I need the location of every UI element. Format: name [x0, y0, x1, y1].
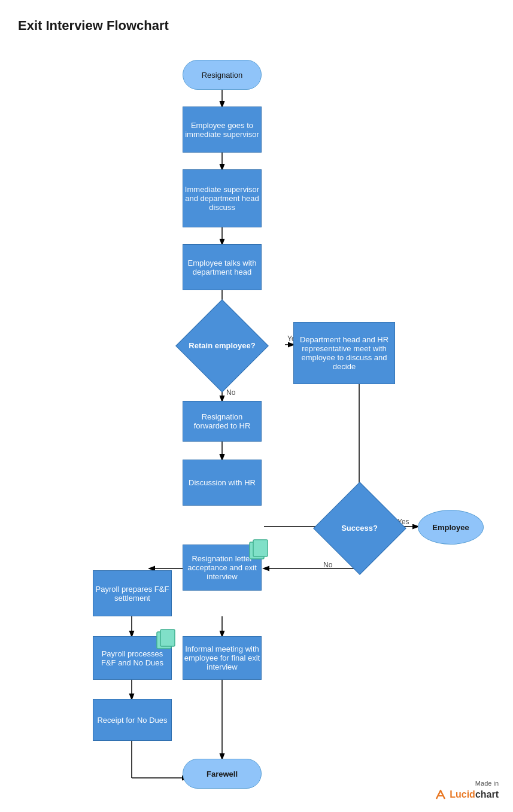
svg-rect-24 — [253, 540, 268, 556]
svg-rect-26 — [160, 629, 175, 646]
resignation-hr-node: Resignation forwarded to HR — [183, 401, 262, 442]
receipt-node: Receipt for No Dues — [93, 699, 172, 741]
supervisor-discuss-node: Immediate supervisor and department head… — [183, 169, 262, 227]
lucidchart-badge: Made in Lucidchart — [434, 780, 499, 801]
svg-text:No: No — [226, 388, 236, 397]
employee-supervisor-node: Employee goes to immediate supervisor — [183, 107, 262, 153]
payroll-ff-node: Payroll prepares F&F settlement — [93, 570, 172, 616]
resignation-node: Resignation — [183, 60, 262, 90]
success-diamond: Success? — [325, 494, 394, 562]
employee-dept-node: Employee talks with department head — [183, 244, 262, 290]
flowchart: Yes No Yes No Resignation Employee goes … — [0, 42, 513, 808]
lucidchart-logo: Lucidchart — [434, 788, 499, 801]
retain-diamond: Retain employee? — [184, 311, 260, 380]
dept-hr-meet-node: Department head and HR representative me… — [293, 322, 395, 384]
page-title: Exit Interview Flowchart — [18, 18, 169, 34]
employee-oval: Employee — [418, 510, 484, 545]
doc-icon — [248, 539, 270, 560]
farewell-node: Farewell — [183, 759, 262, 789]
informal-meeting-node: Informal meeting with employee for final… — [183, 636, 262, 680]
doc-icon-2 — [156, 628, 177, 650]
lucidchart-icon — [434, 788, 447, 801]
discussion-hr-node: Discussion with HR — [183, 460, 262, 506]
